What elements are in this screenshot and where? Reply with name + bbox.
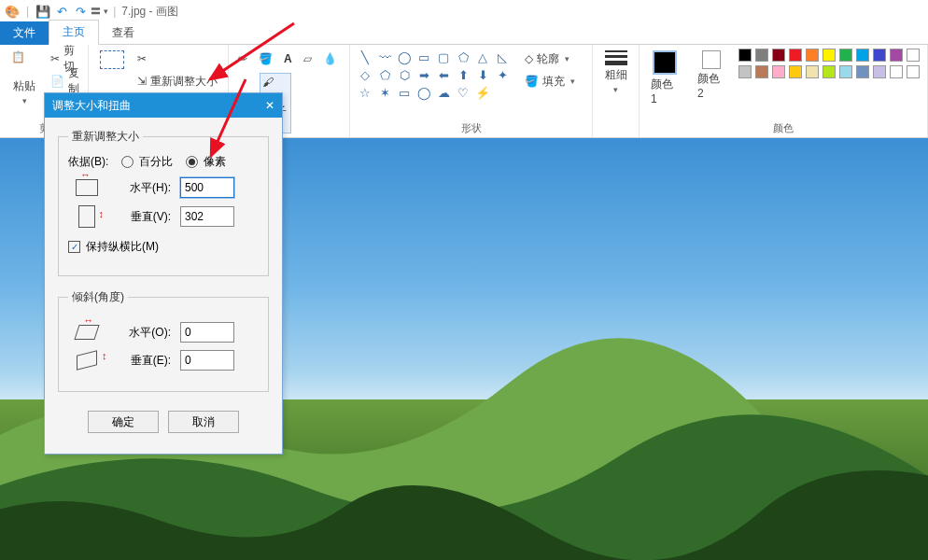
palette-swatch[interactable] <box>789 49 802 62</box>
titlebar: 🎨 | 💾 ↶ ↷ 〓 | 7.jpg - 画图 <box>0 0 928 22</box>
picker-tool[interactable]: 💧 <box>319 49 341 69</box>
radio-percent[interactable]: 百分比 <box>121 154 173 170</box>
save-icon[interactable]: 💾 <box>35 3 51 20</box>
shape-larrow-icon[interactable]: ⬅ <box>434 66 453 83</box>
shape-uarrow-icon[interactable]: ⬆ <box>454 66 472 83</box>
shape-roundrect-icon[interactable]: ▢ <box>434 49 453 65</box>
skew-vertical-input[interactable] <box>180 350 234 371</box>
bucket-tool[interactable]: 🪣 <box>255 49 276 69</box>
palette-swatch[interactable] <box>806 65 819 78</box>
shape-hexagon-icon[interactable]: ⬡ <box>395 66 414 83</box>
eyedropper-icon: 💧 <box>323 52 337 65</box>
pencil-tool[interactable]: ✏ <box>234 49 251 69</box>
shape-triangle-icon[interactable]: △ <box>473 49 492 65</box>
ok-button[interactable]: 确定 <box>88 411 159 433</box>
color2-button[interactable]: 颜色 2 <box>692 49 731 102</box>
palette-swatch[interactable] <box>856 49 869 62</box>
radio-pixels[interactable]: 像素 <box>186 154 226 170</box>
eraser-tool[interactable]: ▱ <box>300 49 316 69</box>
outline-label: 轮廓 <box>537 51 559 67</box>
qat-dropdown-icon[interactable]: 〓 <box>91 3 107 20</box>
skew-fieldset: 倾斜(角度) 水平(O): 垂直(E): <box>58 289 269 392</box>
redo-icon[interactable]: ↷ <box>72 3 89 20</box>
shape-rtriangle-icon[interactable]: ◺ <box>493 49 512 65</box>
palette-swatch[interactable] <box>823 65 836 78</box>
shape-heart-icon[interactable]: ♡ <box>454 84 472 101</box>
vertical-input[interactable] <box>180 206 234 227</box>
crop-icon: ✂ <box>137 52 147 65</box>
shape-curve-icon[interactable]: 〰 <box>375 49 394 65</box>
color1-button[interactable]: 颜色 1 <box>645 49 684 107</box>
shape-pentagon-icon[interactable]: ⬠ <box>375 66 394 83</box>
palette-swatch[interactable] <box>890 49 903 62</box>
palette-swatch[interactable] <box>738 49 752 62</box>
by-label: 依据(B): <box>68 154 108 170</box>
resize-horizontal-icon <box>76 179 98 196</box>
horizontal-input[interactable] <box>180 177 234 198</box>
palette-swatch[interactable] <box>873 65 886 78</box>
shape-oval-icon[interactable]: ◯ <box>395 49 414 65</box>
palette-swatch[interactable] <box>772 49 785 62</box>
text-tool[interactable]: A <box>280 49 296 69</box>
paste-label: 粘贴 <box>13 78 35 94</box>
shape-star5-icon[interactable]: ☆ <box>356 84 374 101</box>
keep-aspect-label: 保持纵横比(M) <box>86 239 159 255</box>
copy-button[interactable]: 📄复制 <box>47 71 83 91</box>
skew-horizontal-icon <box>74 325 99 340</box>
cancel-button[interactable]: 取消 <box>168 411 239 433</box>
palette-swatch[interactable] <box>806 49 819 62</box>
dialog-titlebar[interactable]: 调整大小和扭曲 ✕ <box>45 93 282 118</box>
palette-swatch[interactable] <box>839 49 852 62</box>
palette-swatch[interactable] <box>873 49 886 62</box>
shape-star6-icon[interactable]: ✶ <box>375 84 394 101</box>
palette-swatch[interactable] <box>856 65 869 78</box>
stroke-width-button[interactable]: 粗细 ▾ <box>599 49 633 96</box>
group-stroke: 粗细 ▾ <box>593 45 640 137</box>
skew-vertical-icon <box>77 350 97 370</box>
palette-swatch[interactable] <box>890 65 903 78</box>
palette-swatch[interactable] <box>755 49 768 62</box>
shape-diamond-icon[interactable]: ◇ <box>356 66 374 83</box>
shape-callout-oval-icon[interactable]: ◯ <box>415 84 433 101</box>
palette-swatch[interactable] <box>738 65 752 78</box>
fill-label: 填充 <box>542 74 565 90</box>
skew-horizontal-input[interactable] <box>180 322 234 343</box>
fill-icon: 🪣 <box>525 75 539 88</box>
pencil-icon: ✏ <box>238 52 247 65</box>
shapes-gallery[interactable]: ╲ 〰 ◯ ▭ ▢ ⬠ △ ◺ ◇ ⬠ ⬡ ➡ ⬅ ⬆ ⬇ ✦ ☆ ✶ ▭ ◯ <box>356 49 512 101</box>
palette-swatch[interactable] <box>755 65 768 78</box>
tab-home[interactable]: 主页 <box>49 20 99 45</box>
palette-swatch[interactable] <box>839 65 852 78</box>
shape-lightning-icon[interactable]: ⚡ <box>473 84 492 101</box>
tab-file[interactable]: 文件 <box>0 21 49 45</box>
keep-aspect-checkbox[interactable]: ✓ <box>68 241 80 253</box>
palette-swatch[interactable] <box>789 65 802 78</box>
palette-swatch[interactable] <box>907 65 920 78</box>
shape-rarrow-icon[interactable]: ➡ <box>415 66 433 83</box>
shape-fill-button[interactable]: 🪣填充 <box>521 71 579 91</box>
color-palette[interactable] <box>738 49 921 80</box>
palette-swatch[interactable] <box>772 65 785 78</box>
shape-polygon-icon[interactable]: ⬠ <box>454 49 472 65</box>
shape-callout-rect-icon[interactable]: ▭ <box>395 84 414 101</box>
shape-outline-button[interactable]: ◇轮廓 <box>521 49 579 69</box>
shape-line-icon[interactable]: ╲ <box>356 49 374 65</box>
palette-swatch[interactable] <box>907 49 920 62</box>
tab-view[interactable]: 查看 <box>99 21 148 45</box>
app-icon: 🎨 <box>4 3 21 20</box>
skew-v-label: 垂直(E): <box>115 353 171 369</box>
paste-button[interactable]: 📋 粘贴 ▾ <box>6 49 43 107</box>
shape-darrow-icon[interactable]: ⬇ <box>473 66 492 83</box>
group-shapes: ╲ 〰 ◯ ▭ ▢ ⬠ △ ◺ ◇ ⬠ ⬡ ➡ ⬅ ⬆ ⬇ ✦ ☆ ✶ ▭ ◯ <box>350 45 593 137</box>
select-button[interactable] <box>94 49 130 71</box>
shape-rect-icon[interactable]: ▭ <box>415 49 433 65</box>
resize-legend: 重新调整大小 <box>68 129 143 145</box>
shape-callout-cloud-icon[interactable]: ☁ <box>434 84 453 101</box>
palette-swatch[interactable] <box>823 49 836 62</box>
resize-button[interactable]: ⇲重新调整大小 <box>134 71 221 91</box>
crop-button[interactable]: ✂ <box>134 49 221 69</box>
group-colors-label: 颜色 <box>645 119 921 135</box>
dialog-close-button[interactable]: ✕ <box>258 93 282 118</box>
undo-icon[interactable]: ↶ <box>53 3 70 20</box>
shape-star4-icon[interactable]: ✦ <box>493 66 512 83</box>
